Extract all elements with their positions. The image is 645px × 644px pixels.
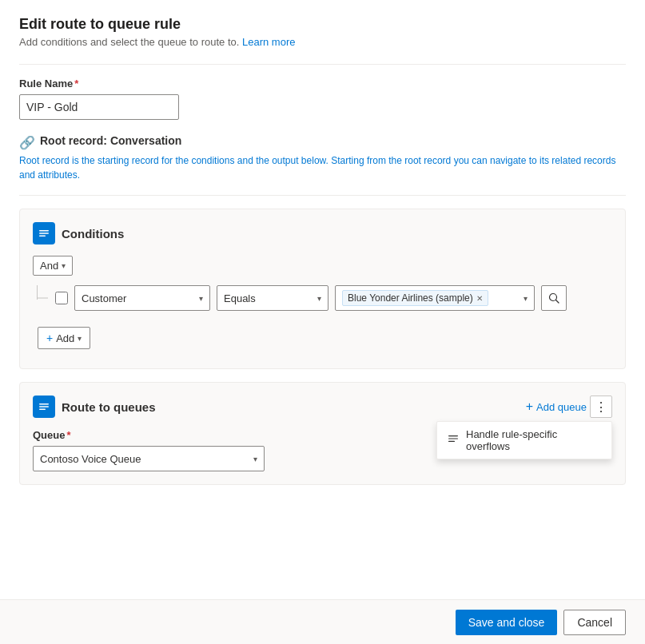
- svg-rect-1: [39, 233, 49, 234]
- condition-row: Customer ▾ Equals ▾ Blue Yonder Airlines…: [55, 285, 612, 311]
- queue-required-star: *: [66, 429, 70, 441]
- page-title: Edit route to queue rule: [19, 16, 626, 33]
- svg-rect-2: [39, 236, 46, 237]
- overflow-dropdown-menu: Handle rule-specific overflows: [436, 421, 612, 459]
- add-queue-button[interactable]: + Add queue: [526, 400, 587, 414]
- conditions-header: Conditions: [33, 222, 612, 244]
- queue-chevron-icon: ▾: [253, 455, 257, 463]
- add-condition-button[interactable]: + Add ▾: [38, 327, 90, 349]
- and-chevron-icon: ▾: [62, 261, 66, 270]
- svg-rect-6: [39, 406, 49, 407]
- value-tag: Blue Yonder Airlines (sample) ✕: [342, 290, 488, 306]
- root-record-icon: 🔗: [19, 135, 35, 150]
- route-to-queues-section: Route to queues + Add queue ⋮: [19, 382, 626, 485]
- tree-horiz: [37, 298, 48, 299]
- root-record-desc: Root record is the starting record for t…: [19, 153, 626, 182]
- svg-line-4: [556, 300, 559, 304]
- learn-more-link[interactable]: Learn more: [242, 36, 295, 48]
- operator-chevron-icon: ▾: [317, 294, 321, 303]
- search-button[interactable]: [541, 285, 567, 311]
- and-dropdown[interactable]: And ▾: [33, 256, 73, 276]
- required-star: *: [74, 78, 78, 89]
- operator-dropdown[interactable]: Equals ▾: [217, 285, 328, 311]
- cancel-button[interactable]: Cancel: [563, 610, 626, 635]
- add-queue-plus-icon: +: [526, 400, 533, 414]
- root-record-section: 🔗 Root record: Conversation: [19, 134, 626, 150]
- route-icon: [33, 396, 55, 418]
- overflow-icon: [447, 433, 460, 448]
- svg-rect-10: [448, 440, 455, 441]
- page-container: Edit route to queue rule Add conditions …: [0, 0, 645, 644]
- svg-rect-7: [39, 409, 46, 411]
- queue-select-dropdown[interactable]: Contoso Voice Queue ▾: [33, 446, 265, 471]
- condition-tree: Customer ▾ Equals ▾ Blue Yonder Airlines…: [33, 285, 612, 311]
- conditions-area: And ▾ Customer ▾ Equ: [33, 256, 612, 356]
- value-dropdown[interactable]: Blue Yonder Airlines (sample) ✕ ▾: [335, 285, 535, 311]
- svg-rect-0: [39, 230, 49, 232]
- svg-rect-5: [39, 403, 49, 405]
- divider-1: [19, 64, 626, 65]
- route-section-title: Route to queues: [62, 400, 156, 414]
- footer-bar: Save and close Cancel: [0, 599, 645, 644]
- conditions-section: Conditions And ▾ Customer ▾: [19, 209, 626, 369]
- condition-checkbox[interactable]: [55, 292, 68, 304]
- conditions-icon: [33, 222, 55, 244]
- save-and-close-button[interactable]: Save and close: [456, 610, 558, 635]
- tag-close-icon[interactable]: ✕: [476, 294, 483, 303]
- add-chevron-icon: ▾: [78, 334, 82, 343]
- handle-overflows-menu-item[interactable]: Handle rule-specific overflows: [437, 422, 611, 459]
- root-record-title: Root record: Conversation: [40, 134, 181, 147]
- svg-rect-9: [448, 438, 458, 439]
- route-section-header: Route to queues + Add queue ⋮: [33, 396, 612, 418]
- page-subtitle: Add conditions and select the queue to r…: [19, 36, 626, 48]
- customer-chevron-icon: ▾: [199, 294, 203, 303]
- customer-field-dropdown[interactable]: Customer ▾: [74, 285, 210, 311]
- value-chevron-icon: ▾: [524, 294, 528, 303]
- rule-name-field: Rule Name*: [19, 78, 626, 120]
- conditions-title: Conditions: [62, 227, 124, 241]
- route-actions: + Add queue ⋮ Handle rul: [526, 396, 612, 418]
- svg-rect-8: [448, 435, 458, 436]
- rule-name-label: Rule Name*: [19, 78, 626, 89]
- plus-icon: +: [46, 332, 53, 344]
- rule-name-input[interactable]: [19, 94, 179, 120]
- divider-2: [19, 195, 626, 196]
- kebab-menu-button[interactable]: ⋮: [590, 396, 612, 418]
